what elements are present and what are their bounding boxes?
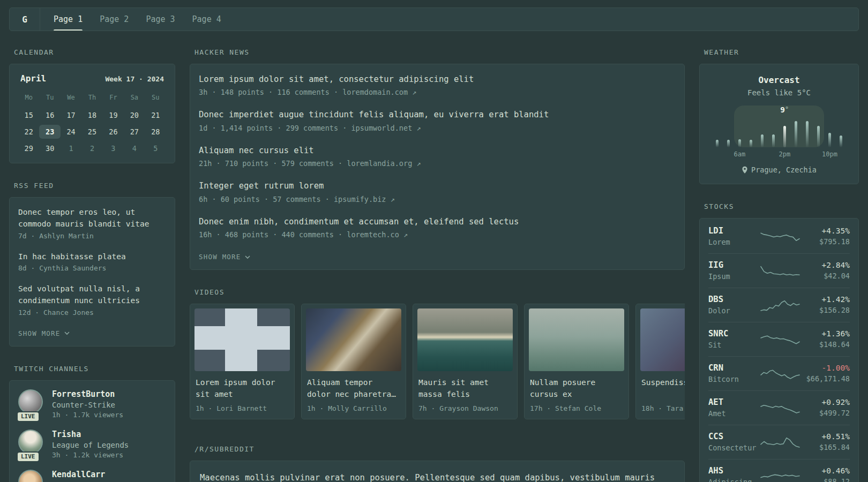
- stock-change: +1.42%: [800, 295, 850, 304]
- weekday-label: Fr: [103, 92, 124, 103]
- tab-page-2[interactable]: Page 2: [100, 8, 129, 31]
- hackernews-item: Donec enim nibh, condimentum et accumsan…: [199, 216, 676, 239]
- stock-ticker: AET: [708, 397, 760, 407]
- channel-avatar: LIVE: [18, 470, 44, 482]
- external-link-icon: ↗: [391, 195, 395, 204]
- stock-row[interactable]: CCS Consectetur +0.51% $165.84: [708, 425, 850, 459]
- video-thumbnail[interactable]: [306, 308, 401, 371]
- video-card[interactable]: Mauris sit amet massa felis 7h · Grayson…: [413, 304, 518, 419]
- stock-id: CRN Bitcorn: [708, 363, 760, 383]
- story-title[interactable]: Donec enim nibh, condimentum et accumsan…: [199, 216, 676, 228]
- calendar-days: 1516171819202122232425262728293012345: [18, 108, 166, 155]
- stock-ticker: AHS: [708, 466, 760, 476]
- show-more-label: SHOW MORE: [18, 329, 61, 337]
- stock-row[interactable]: LDI Lorem +4.35% $795.18: [708, 220, 850, 253]
- calendar-day: 15: [18, 108, 39, 122]
- weekday-label: Th: [81, 92, 102, 103]
- article-title[interactable]: In hac habitasse platea: [18, 251, 166, 263]
- video-title[interactable]: Nullam posuere cursus ex: [530, 377, 623, 401]
- video-card[interactable]: Aliquam tempor dolor nec pharetra… 1h · …: [301, 304, 406, 419]
- article-meta: 12d · Chance Jones: [18, 308, 166, 317]
- weather-section-title: WEATHER: [704, 48, 859, 56]
- stock-id: SNRC Sit: [708, 329, 760, 349]
- stocks-section: STOCKS LDI Lorem +4.35% $795.18 IIG Ipsu…: [699, 202, 859, 482]
- article-title[interactable]: Sed volutpat nulla nisl, a condimentum n…: [18, 283, 166, 307]
- video-card[interactable]: Lorem ipsum dolor sit amet consectetu… 1…: [190, 304, 295, 419]
- calendar-day: 16: [39, 108, 60, 122]
- video-title[interactable]: Lorem ipsum dolor sit amet consectetu…: [196, 377, 289, 401]
- calendar-day: 27: [124, 125, 145, 139]
- time-axis: 6am 2pm 10pm: [712, 150, 847, 158]
- video-card[interactable]: Suspendisse diam 18h · Tara: [635, 304, 685, 419]
- weekday-label: Tu: [39, 92, 60, 103]
- stocks-widget: LDI Lorem +4.35% $795.18 IIG Ipsum +2.84…: [699, 218, 859, 482]
- calendar-day: 22: [18, 125, 39, 139]
- videos-row: Lorem ipsum dolor sit amet consectetu… 1…: [190, 304, 685, 419]
- app-logo[interactable]: G: [10, 8, 40, 31]
- stock-row[interactable]: DBS Dolor +1.42% $156.28: [708, 288, 850, 322]
- tab-page-4[interactable]: Page 4: [192, 8, 221, 31]
- stock-change: -1.00%: [800, 364, 850, 372]
- calendar-day: 18: [81, 108, 102, 122]
- calendar-day: 29: [18, 141, 39, 155]
- weekday-label: Sa: [124, 92, 145, 103]
- weather-bar: [779, 126, 790, 147]
- stock-price: $156.28: [800, 306, 850, 314]
- stock-price: $148.64: [800, 340, 850, 349]
- tab-page-3[interactable]: Page 3: [146, 8, 175, 31]
- video-card[interactable]: Nullam posuere cursus ex 17h · Stefan Co…: [524, 304, 629, 419]
- calendar-day: 21: [145, 108, 166, 122]
- story-title[interactable]: Aliquam nec cursus elit: [199, 145, 676, 156]
- weather-bar: [790, 121, 802, 147]
- channel-meta: 3h · 1.2k viewers: [52, 451, 129, 459]
- twitch-channel-row[interactable]: LIVE Trisha League of Legends 3h · 1.2k …: [18, 430, 166, 459]
- channel-name[interactable]: ForrestBurton: [52, 389, 123, 399]
- hackernews-item: Donec imperdiet augue tincidunt felis al…: [199, 109, 676, 132]
- rss-show-more-button[interactable]: SHOW MORE: [18, 329, 70, 337]
- stock-row[interactable]: SNRC Sit +1.36% $148.64: [708, 322, 850, 356]
- article-title[interactable]: Donec tempor eros leo, ut commodo mauris…: [18, 207, 166, 230]
- stock-row[interactable]: AET Amet +0.92% $499.72: [708, 390, 850, 425]
- channel-name[interactable]: Trisha: [52, 430, 129, 439]
- twitch-channel-row[interactable]: LIVE ForrestBurton Counter-Strike 1h · 1…: [18, 389, 166, 419]
- middle-column: HACKER NEWS Lorem ipsum dolor sit amet, …: [190, 48, 685, 482]
- hackernews-item: Aliquam nec cursus elit 21h · 710 points…: [199, 145, 676, 168]
- calendar-day: 30: [39, 141, 60, 155]
- story-title[interactable]: Donec imperdiet augue tincidunt felis al…: [199, 109, 676, 120]
- stock-ticker: LDI: [708, 226, 760, 236]
- video-thumbnail[interactable]: [529, 308, 624, 371]
- stock-row[interactable]: IIG Ipsum +2.84% $42.04: [708, 253, 850, 288]
- hackernews-show-more-button[interactable]: SHOW MORE: [199, 253, 250, 261]
- twitch-channel-row[interactable]: LIVE KendallCarr: [18, 470, 166, 482]
- video-thumbnail[interactable]: [417, 308, 513, 371]
- video-thumbnail[interactable]: [640, 308, 685, 371]
- stock-row[interactable]: CRN Bitcorn -1.00% $66,171.48: [708, 356, 850, 390]
- weather-bar: [712, 140, 723, 147]
- channel-name[interactable]: KendallCarr: [52, 470, 105, 479]
- page: G Page 1 Page 2 Page 3 Page 4 CALENDAR A…: [0, 0, 868, 482]
- video-title[interactable]: Aliquam tempor dolor nec pharetra…: [307, 377, 400, 401]
- stock-change: +2.84%: [800, 261, 850, 269]
- location-text: Prague, Czechia: [751, 165, 817, 174]
- weekday-label: Su: [145, 92, 166, 103]
- stock-sparkline: [760, 433, 800, 450]
- video-title[interactable]: Suspendisse diam: [641, 377, 685, 401]
- calendar-day: 23: [39, 125, 60, 139]
- channel-game: League of Legends: [52, 441, 129, 449]
- stock-row[interactable]: AHS Adipiscing +0.46% $88.12: [708, 459, 850, 482]
- stock-price: $499.72: [800, 409, 850, 417]
- stock-change: +0.92%: [800, 398, 850, 406]
- calendar-week-year: Week 17 · 2024: [105, 75, 164, 83]
- stock-id: CCS Consectetur: [708, 432, 760, 452]
- tab-page-1[interactable]: Page 1: [54, 8, 83, 31]
- calendar-day: 1: [61, 141, 81, 155]
- live-badge: LIVE: [17, 411, 40, 422]
- hackernews-section: HACKER NEWS Lorem ipsum dolor sit amet, …: [190, 48, 685, 270]
- weather-location: Prague, Czechia: [708, 165, 850, 174]
- stock-change: +1.36%: [800, 329, 850, 338]
- video-title[interactable]: Mauris sit amet massa felis: [418, 377, 512, 401]
- story-title[interactable]: Integer eget rutrum lorem: [199, 180, 676, 192]
- video-thumbnail[interactable]: [194, 308, 290, 371]
- story-title[interactable]: Lorem ipsum dolor sit amet, consectetur …: [199, 73, 676, 85]
- post-title[interactable]: Maecenas mollis pulvinar erat non posuer…: [200, 471, 675, 482]
